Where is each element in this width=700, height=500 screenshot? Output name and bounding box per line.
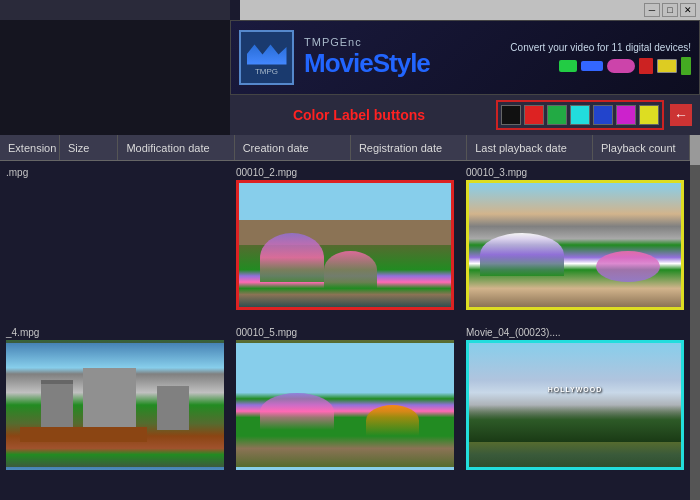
color-yellow-button[interactable]	[639, 105, 659, 125]
garden3-flower-1	[260, 393, 334, 430]
moviestyle-label: MovieStyle	[304, 48, 500, 79]
video-item-2[interactable]: 00010_2.mpg	[230, 161, 460, 321]
tmpg-label: TMPGEnc	[304, 36, 500, 48]
video-row-1: .mpg 00010_2.mpg 00010_3.mpg	[0, 161, 690, 321]
thumb-6: HOLLYWOOD	[466, 340, 684, 470]
video-item-3[interactable]: 00010_3.mpg	[460, 161, 690, 321]
device-icons	[559, 57, 691, 75]
col-modification-date: Modification date	[118, 135, 234, 160]
color-green-button[interactable]	[547, 105, 567, 125]
color-red-button[interactable]	[524, 105, 544, 125]
col-playback-count: Playback count	[593, 135, 690, 160]
castle-main	[83, 368, 136, 430]
filename-6: Movie_04_(00023)....	[466, 327, 684, 338]
banner-tagline: Convert your video for 11 digital device…	[510, 42, 691, 53]
banner-text-area: TMPGEnc MovieStyle	[304, 36, 500, 79]
garden3-flower-2	[366, 405, 419, 436]
content-area: .mpg 00010_2.mpg 00010_3.mpg _4.mpg	[0, 161, 690, 500]
scrollbar-thumb[interactable]	[690, 135, 700, 165]
thumb-5	[236, 340, 454, 470]
color-blue-button[interactable]	[593, 105, 613, 125]
scrollbar[interactable]	[690, 135, 700, 500]
device-icon-1	[559, 60, 577, 72]
garden-flower-1	[260, 233, 324, 283]
video-item-4[interactable]: _4.mpg	[0, 321, 230, 481]
garden-flower-2	[324, 251, 377, 288]
close-button[interactable]: ✕	[680, 3, 696, 17]
color-black-button[interactable]	[501, 105, 521, 125]
video-row-2: _4.mpg 00010_5.mpg Movie_04_(00023).... …	[0, 321, 690, 481]
filename-5: 00010_5.mpg	[236, 327, 454, 338]
filename-2: 00010_2.mpg	[236, 167, 454, 178]
col-size: Size	[60, 135, 118, 160]
col-creation-date: Creation date	[235, 135, 351, 160]
color-back-button[interactable]: ←	[670, 104, 692, 126]
filename-1: .mpg	[6, 167, 224, 178]
logo-wave-icon	[247, 40, 287, 65]
device-icon-4	[639, 58, 653, 74]
filename-3: 00010_3.mpg	[466, 167, 684, 178]
title-bar: ─ □ ✕	[240, 0, 700, 20]
top-left-bar	[0, 0, 230, 20]
video-item-6[interactable]: Movie_04_(00023).... HOLLYWOOD	[460, 321, 690, 481]
thumb-2	[236, 180, 454, 310]
device-icon-2	[581, 61, 603, 71]
banner: TMPG TMPGEnc MovieStyle Convert your vid…	[230, 20, 700, 95]
logo-text: TMPG	[255, 67, 278, 76]
color-label-area: Color Label buttons ←	[230, 95, 700, 135]
color-label-box	[496, 100, 664, 130]
garden2-flower-1	[480, 233, 565, 276]
video-item-5[interactable]: 00010_5.mpg	[230, 321, 460, 481]
garden2-flower-2	[596, 251, 660, 282]
device-icon-3	[607, 59, 635, 73]
castle-tower-2	[157, 386, 189, 429]
color-cyan-button[interactable]	[570, 105, 590, 125]
thumb-4	[6, 340, 224, 470]
video-item-1[interactable]: .mpg	[0, 161, 230, 321]
col-registration-date: Registration date	[351, 135, 467, 160]
castle-ground	[20, 427, 147, 442]
maximize-button[interactable]: □	[662, 3, 678, 17]
filename-4: _4.mpg	[6, 327, 224, 338]
hollywood-sign: HOLLYWOOD	[548, 386, 603, 393]
color-label-title: Color Label buttons	[238, 107, 480, 123]
column-headers: Extension Size Modification date Creatio…	[0, 135, 690, 161]
minimize-button[interactable]: ─	[644, 3, 660, 17]
col-extension: Extension	[0, 135, 60, 160]
device-icon-6	[681, 57, 691, 75]
banner-logo: TMPG	[239, 30, 294, 85]
color-magenta-button[interactable]	[616, 105, 636, 125]
thumb-3	[466, 180, 684, 310]
hollywood-hills	[469, 405, 681, 442]
banner-right: Convert your video for 11 digital device…	[510, 40, 691, 75]
col-last-playback-date: Last playback date	[467, 135, 593, 160]
thumb-1	[6, 180, 224, 310]
device-icon-5	[657, 59, 677, 73]
castle-tower-1	[41, 380, 73, 430]
